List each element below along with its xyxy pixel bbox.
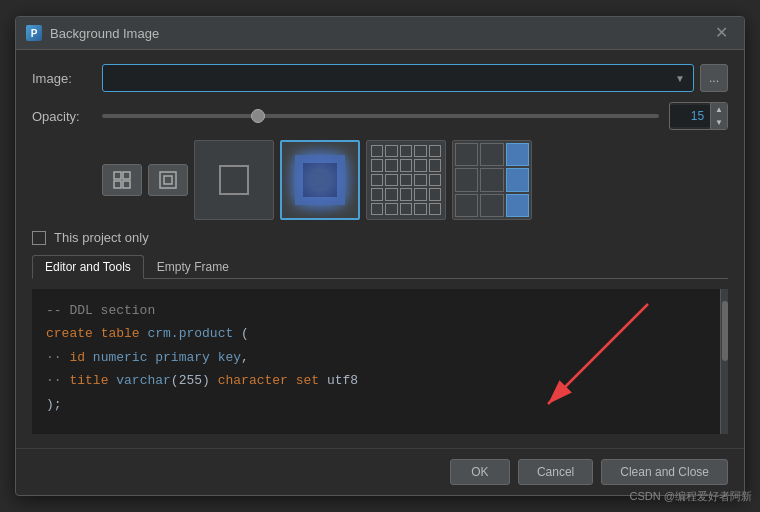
code-line-2: create table crm.product ( xyxy=(46,322,714,345)
grid-cell xyxy=(371,188,383,200)
grid-cell xyxy=(400,159,412,171)
partial-cell xyxy=(480,194,503,217)
code-line-5: ); xyxy=(46,393,714,416)
partial-cell xyxy=(455,168,478,191)
dialog-body: Image: ▼ ... Opacity: 15 ▲ ▼ xyxy=(16,50,744,448)
grid-cell xyxy=(371,159,383,171)
image-label: Image: xyxy=(32,71,92,86)
spinner-up-button[interactable]: ▲ xyxy=(711,103,727,116)
dialog-title: Background Image xyxy=(50,26,159,41)
scrollbar[interactable] xyxy=(720,289,728,434)
opacity-spinner[interactable]: 15 ▲ ▼ xyxy=(669,102,728,130)
code-keyword-key: key xyxy=(218,346,241,369)
svg-rect-3 xyxy=(123,181,130,188)
grid-cell xyxy=(429,188,441,200)
browse-button[interactable]: ... xyxy=(700,64,728,92)
image-input-wrapper: ▼ ... xyxy=(102,64,728,92)
center-button[interactable] xyxy=(148,164,188,196)
grid-cell xyxy=(414,203,426,215)
code-paren-open: ( xyxy=(241,322,249,345)
code-line-4: ·· title varchar (255) character set utf… xyxy=(46,369,714,392)
grid-cell xyxy=(385,203,397,215)
grid-cell xyxy=(414,188,426,200)
slider-track xyxy=(102,114,659,118)
code-type-varchar: varchar xyxy=(116,369,171,392)
clean-close-button[interactable]: Clean and Close xyxy=(601,459,728,485)
tab-empty-frame[interactable]: Empty Frame xyxy=(144,255,242,279)
ok-button[interactable]: OK xyxy=(450,459,510,485)
grid-cell xyxy=(414,145,426,157)
grid-cell xyxy=(429,174,441,186)
code-type-numeric: numeric xyxy=(93,346,148,369)
grid-cell xyxy=(414,174,426,186)
code-keyword-primary: primary xyxy=(155,346,210,369)
partial-cell xyxy=(455,194,478,217)
code-table-name: crm.product xyxy=(147,322,233,345)
svg-rect-5 xyxy=(164,176,172,184)
opacity-field-row: Opacity: 15 ▲ ▼ xyxy=(32,102,728,130)
dialog-footer: OK Cancel Clean and Close xyxy=(16,448,744,495)
checkbox-label: This project only xyxy=(54,230,149,245)
code-dots-1: ·· xyxy=(46,346,62,369)
checkbox-row: This project only xyxy=(32,230,728,245)
grid-cell xyxy=(414,159,426,171)
single-square-icon xyxy=(219,165,249,195)
grid-cell xyxy=(429,203,441,215)
grid-cell xyxy=(385,159,397,171)
previews-row xyxy=(102,140,728,220)
grid-cell xyxy=(371,203,383,215)
preview-grid[interactable] xyxy=(366,140,446,220)
code-keyword-set: set xyxy=(296,369,319,392)
svg-rect-0 xyxy=(114,172,121,179)
code-dots-2: ·· xyxy=(46,369,62,392)
preview-partial[interactable] xyxy=(452,140,532,220)
grid-cell xyxy=(385,188,397,200)
close-button[interactable]: ✕ xyxy=(709,23,734,43)
scrollbar-thumb xyxy=(722,301,728,361)
preview-blurred[interactable] xyxy=(280,140,360,220)
blurred-preview xyxy=(282,142,358,218)
grid-cell xyxy=(385,174,397,186)
grid-cell xyxy=(400,203,412,215)
partial-grid xyxy=(453,141,531,219)
code-keyword-id: id xyxy=(69,346,85,369)
background-image-dialog: P Background Image ✕ Image: ▼ ... Opacit… xyxy=(15,16,745,496)
grid-cell xyxy=(371,174,383,186)
svg-rect-4 xyxy=(160,172,176,188)
preview-single[interactable] xyxy=(194,140,274,220)
partial-cell xyxy=(480,168,503,191)
partial-cell xyxy=(455,143,478,166)
code-keyword-table: table xyxy=(101,322,140,345)
opacity-input[interactable]: 15 xyxy=(670,105,710,127)
slider-thumb xyxy=(251,109,265,123)
cancel-button[interactable]: Cancel xyxy=(518,459,593,485)
opacity-slider[interactable] xyxy=(102,106,659,126)
spinner-arrows: ▲ ▼ xyxy=(710,103,727,129)
code-keyword-title: title xyxy=(69,369,108,392)
code-comma-1: , xyxy=(241,346,249,369)
tab-editor-tools[interactable]: Editor and Tools xyxy=(32,255,144,279)
partial-cell-blue xyxy=(506,168,529,191)
grid-cell xyxy=(385,145,397,157)
grid-cell xyxy=(429,145,441,157)
tabs-row: Editor and Tools Empty Frame xyxy=(32,255,728,279)
spinner-down-button[interactable]: ▼ xyxy=(711,116,727,129)
partial-cell xyxy=(480,143,503,166)
code-keyword-character: character xyxy=(218,369,288,392)
grid-cell xyxy=(429,159,441,171)
title-bar-left: P Background Image xyxy=(26,25,159,41)
image-dropdown[interactable]: ▼ xyxy=(102,64,694,92)
image-field-row: Image: ▼ ... xyxy=(32,64,728,92)
blurred-box xyxy=(295,155,345,205)
code-editor: -- DDL section create table crm.product … xyxy=(32,289,728,434)
app-icon: P xyxy=(26,25,42,41)
project-only-checkbox[interactable] xyxy=(32,231,46,245)
opacity-label: Opacity: xyxy=(32,109,92,124)
code-line-1: -- DDL section xyxy=(46,299,714,322)
code-close-paren: ); xyxy=(46,393,62,416)
chevron-down-icon: ▼ xyxy=(675,73,685,84)
code-comment: -- DDL section xyxy=(46,299,155,322)
main-area: -- DDL section create table crm.product … xyxy=(32,289,728,434)
tile-button[interactable] xyxy=(102,164,142,196)
partial-cell-blue xyxy=(506,143,529,166)
